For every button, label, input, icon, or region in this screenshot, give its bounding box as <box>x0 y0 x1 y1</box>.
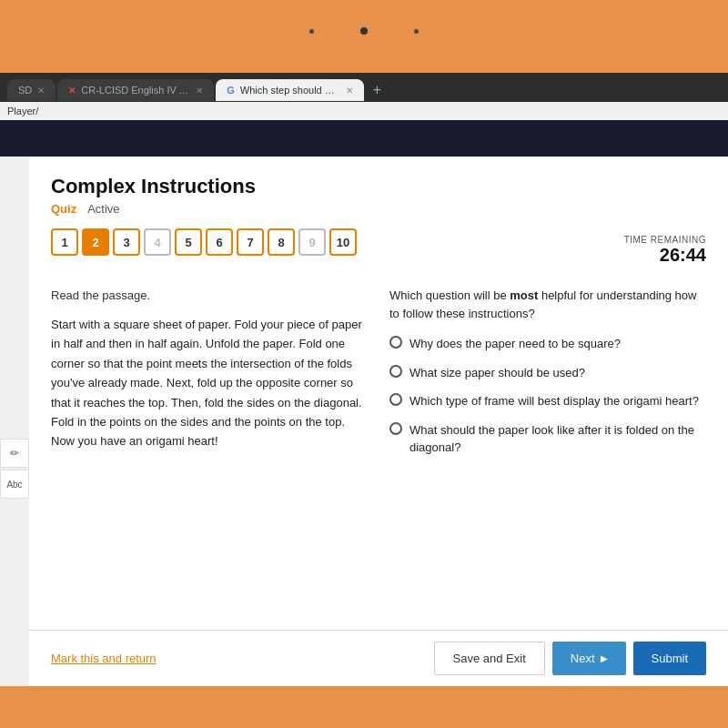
question-text: Which question will be most helpful for … <box>389 287 706 322</box>
q-num-5[interactable]: 5 <box>175 228 202 256</box>
tab-add-button[interactable]: + <box>366 78 389 102</box>
option-text-a: Why does the paper need to be square? <box>410 335 621 353</box>
q-num-3[interactable]: 3 <box>113 228 140 256</box>
q-num-8[interactable]: 8 <box>268 228 295 256</box>
address-bar: Player/ <box>0 102 728 120</box>
quiz-label: Quiz <box>51 202 76 216</box>
main-two-col: Read the passage. Start with a square sh… <box>51 287 706 468</box>
left-sidebar: ✏ Abc <box>0 439 29 499</box>
bottom-buttons: Save and Exit Next Submit <box>434 642 706 675</box>
timer-value: 26:44 <box>624 245 706 266</box>
q-num-6[interactable]: 6 <box>206 228 233 256</box>
camera-dot <box>360 27 368 35</box>
tab-active[interactable]: G Which step should be placed be... ✕ <box>216 79 364 101</box>
radio-d[interactable] <box>389 422 402 435</box>
content-area: Complex Instructions Quiz Active 1 2 3 4… <box>29 157 728 630</box>
q-num-10[interactable]: 10 <box>329 228 357 256</box>
save-exit-button[interactable]: Save and Exit <box>434 642 545 675</box>
question-number-row: 1 2 3 4 5 6 7 8 9 10 <box>51 228 357 256</box>
timer-area: TIME REMAINING 26:44 <box>624 235 706 266</box>
radio-b[interactable] <box>389 365 402 378</box>
tab-label-2: CR-LCISD English IV A - Edgenu... <box>81 85 190 96</box>
q-num-9[interactable]: 9 <box>298 228 326 256</box>
tab-edgenuity[interactable]: ✕ CR-LCISD English IV A - Edgenu... ✕ <box>57 79 214 101</box>
radio-a[interactable] <box>389 336 402 349</box>
passage-text: Start with a square sheet of paper. Fold… <box>51 315 368 451</box>
answer-option-c[interactable]: Which type of frame will best display th… <box>389 392 706 410</box>
passage-column: Read the passage. Start with a square sh… <box>51 287 368 468</box>
question-text-before: Which question will be <box>389 288 510 302</box>
mark-return-link[interactable]: Mark this and return <box>51 652 157 665</box>
tab-icon-x: ✕ <box>68 86 76 96</box>
google-icon: G <box>227 85 235 96</box>
submit-button[interactable]: Submit <box>633 642 706 675</box>
read-instruction: Read the passage. <box>51 287 368 306</box>
address-text: Player/ <box>7 106 38 116</box>
laptop-bottom-edge <box>0 686 728 723</box>
pencil-tool-icon[interactable]: ✏ <box>0 439 29 468</box>
q-num-4[interactable]: 4 <box>144 228 171 256</box>
tab-bar: SD ✕ ✕ CR-LCISD English IV A - Edgenu...… <box>0 78 728 102</box>
tab-close-1[interactable]: ✕ <box>37 86 45 96</box>
question-column: Which question will be most helpful for … <box>389 287 706 468</box>
option-text-c: Which type of frame will best display th… <box>410 392 699 410</box>
question-text-bold: most <box>510 288 538 302</box>
timer-label: TIME REMAINING <box>624 235 706 245</box>
tab-label: SD <box>18 85 32 96</box>
q-num-1[interactable]: 1 <box>51 228 78 256</box>
app-header-bar <box>0 120 728 157</box>
text-tool-icon[interactable]: Abc <box>0 470 29 499</box>
answer-option-d[interactable]: What should the paper look like after it… <box>389 421 706 457</box>
tab-close-2[interactable]: ✕ <box>196 86 203 96</box>
answer-option-b[interactable]: What size paper should be used? <box>389 364 706 382</box>
option-text-d: What should the paper look like after it… <box>410 421 706 457</box>
answer-option-a[interactable]: Why does the paper need to be square? <box>389 335 706 353</box>
q-num-7[interactable]: 7 <box>237 228 264 256</box>
browser-chrome: SD ✕ ✕ CR-LCISD English IV A - Edgenu...… <box>0 73 728 120</box>
q-num-2[interactable]: 2 <box>82 228 109 256</box>
tab-sd[interactable]: SD ✕ <box>7 79 56 101</box>
quiz-status-bar: Quiz Active <box>51 202 706 216</box>
tab-close-3[interactable]: ✕ <box>346 86 353 96</box>
page-title: Complex Instructions <box>51 175 706 198</box>
bottom-toolbar: Mark this and return Save and Exit Next … <box>29 630 728 686</box>
active-label: Active <box>87 202 119 216</box>
option-text-b: What size paper should be used? <box>410 364 585 382</box>
tab-label-3: Which step should be placed be... <box>240 85 340 96</box>
next-button[interactable]: Next <box>552 642 626 675</box>
radio-c[interactable] <box>389 393 402 406</box>
